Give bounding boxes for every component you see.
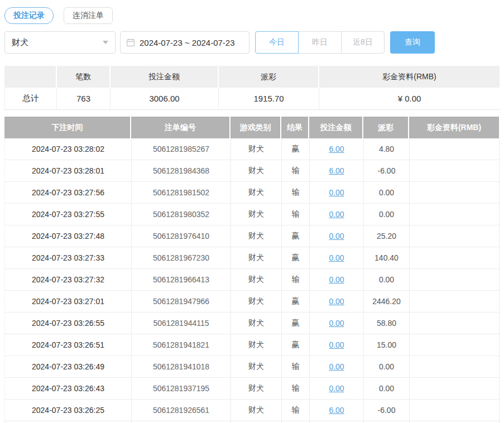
cell-bonus xyxy=(410,182,500,203)
cell-bonus xyxy=(410,313,500,334)
cell-bonus xyxy=(410,334,500,355)
bet-amount-link[interactable]: 0.00 xyxy=(329,253,344,262)
cell-result: 输 xyxy=(282,269,310,290)
cell-payout: 140.40 xyxy=(364,247,410,268)
cell-bet-time: 2024-07-23 03:27:32 xyxy=(5,269,132,290)
cell-game-type: 财犬 xyxy=(231,247,282,268)
summary-header-blank xyxy=(4,66,57,88)
cell-payout: -6.00 xyxy=(364,400,410,421)
cell-bet-time: 2024-07-23 03:27:55 xyxy=(5,204,132,225)
date-range-input[interactable]: 2024-07-23 ~ 2024-07-23 xyxy=(120,31,249,54)
cell-bonus xyxy=(410,247,500,268)
bet-amount-link[interactable]: 6.00 xyxy=(329,166,344,175)
tab-bet-records[interactable]: 投注记录 xyxy=(4,7,54,24)
cell-bet-time: 2024-07-23 03:27:33 xyxy=(5,247,132,268)
cell-bet-time: 2024-07-23 03:28:01 xyxy=(5,160,132,181)
cell-result: 赢 xyxy=(282,313,310,334)
cell-bet-id: 5061281966413 xyxy=(132,269,231,290)
cell-result: 输 xyxy=(282,182,310,203)
bet-amount-link[interactable]: 0.00 xyxy=(329,232,344,241)
table-row: 2024-07-23 03:27:32 5061281966413 财犬 输 0… xyxy=(4,269,500,291)
cell-bet-time: 2024-07-23 03:27:01 xyxy=(5,291,132,312)
cell-bonus xyxy=(410,269,500,290)
bet-amount-link[interactable]: 6.00 xyxy=(329,406,344,415)
cell-bet-id: 5061281984368 xyxy=(132,160,231,181)
cell-game-type: 财犬 xyxy=(231,160,282,181)
query-button[interactable]: 查询 xyxy=(390,31,435,54)
table-row: 2024-07-23 03:27:48 5061281976410 财犬 赢 0… xyxy=(4,225,500,247)
bet-table-body: 2024-07-23 03:28:02 5061281985267 财犬 赢 6… xyxy=(4,138,500,423)
chevron-down-icon xyxy=(103,41,108,44)
cell-bet-id: 5061281947966 xyxy=(132,291,231,312)
cell-bet-id: 5061281967230 xyxy=(132,247,231,268)
cell-payout: 0.00 xyxy=(364,204,410,225)
betting-records-page: 投注记录 连消注单 财犬 2024-07-23 ~ 2024-07-23 今日 … xyxy=(0,0,504,423)
cell-bet-amount: 0.00 xyxy=(310,204,364,225)
range-yesterday-button[interactable]: 昨日 xyxy=(298,31,342,54)
summary-total-label: 总计 xyxy=(4,88,57,109)
cell-result: 赢 xyxy=(282,291,310,312)
cell-payout: 25.20 xyxy=(364,225,410,247)
table-row: 2024-07-23 03:26:43 5061281937195 财犬 输 0… xyxy=(4,378,500,400)
summary-total-row: 总计 763 3006.00 1915.70 ¥ 0.00 xyxy=(4,88,500,110)
summary-header-count: 笔数 xyxy=(57,66,111,88)
cell-payout: 0.00 xyxy=(364,378,410,399)
table-row: 2024-07-23 03:26:51 5061281941821 财犬 赢 0… xyxy=(4,334,500,356)
col-header-bet-amount: 投注金额 xyxy=(309,117,363,138)
cell-bet-id: 5061281980352 xyxy=(132,204,231,225)
cell-bet-amount: 0.00 xyxy=(310,225,364,247)
bet-table: 下注时间 注单编号 游戏类别 结果 投注金额 派彩 彩金资料(RMB) 2024… xyxy=(4,117,500,423)
cell-payout: -6.00 xyxy=(364,160,410,181)
cell-bet-amount: 0.00 xyxy=(310,269,364,290)
cell-bet-id: 5061281941018 xyxy=(132,356,231,377)
cell-bet-id: 5061281944115 xyxy=(132,313,231,334)
tab-cancelled-bets[interactable]: 连消注单 xyxy=(64,7,113,24)
summary-header-bonus: 彩金资料(RMB) xyxy=(319,66,500,88)
cell-bonus xyxy=(410,225,500,247)
bet-amount-link[interactable]: 0.00 xyxy=(329,319,344,328)
cell-bet-time: 2024-07-23 03:26:25 xyxy=(5,400,132,421)
cell-bet-id: 5061281976410 xyxy=(132,225,231,247)
bet-amount-link[interactable]: 0.00 xyxy=(329,362,344,371)
summary-header-bet-amount: 投注金额 xyxy=(111,66,219,88)
bet-amount-link[interactable]: 0.00 xyxy=(329,340,344,349)
cell-game-type: 财犬 xyxy=(231,356,282,377)
cell-payout: 58.80 xyxy=(364,313,410,334)
cell-bet-id: 5061281985267 xyxy=(132,138,231,160)
cell-result: 赢 xyxy=(282,334,310,355)
cell-game-type: 财犬 xyxy=(231,334,282,355)
col-header-payout: 派彩 xyxy=(363,117,409,138)
table-row: 2024-07-23 03:26:49 5061281941018 财犬 输 0… xyxy=(4,356,500,378)
game-select-value: 财犬 xyxy=(12,37,28,48)
top-tabs: 投注记录 连消注单 xyxy=(4,7,500,24)
cell-bet-id: 5061281981502 xyxy=(132,182,231,203)
col-header-bonus: 彩金资料(RMB) xyxy=(409,117,499,138)
calendar-icon xyxy=(126,38,135,47)
bet-amount-link[interactable]: 0.00 xyxy=(329,297,344,306)
date-range-value: 2024-07-23 ~ 2024-07-23 xyxy=(140,38,235,47)
bet-amount-link[interactable]: 0.00 xyxy=(329,188,344,197)
cell-bonus xyxy=(410,356,500,377)
summary-header-payout: 派彩 xyxy=(219,66,319,88)
cell-result: 输 xyxy=(282,160,310,181)
game-select[interactable]: 财犬 xyxy=(4,31,116,54)
cell-game-type: 财犬 xyxy=(231,400,282,421)
bet-amount-link[interactable]: 0.00 xyxy=(329,384,344,393)
table-row: 2024-07-23 03:28:02 5061281985267 财犬 赢 6… xyxy=(4,138,500,160)
cell-bet-time: 2024-07-23 03:26:51 xyxy=(5,334,132,355)
range-today-button[interactable]: 今日 xyxy=(255,31,299,54)
cell-bet-id: 5061281937195 xyxy=(132,378,231,399)
cell-game-type: 财犬 xyxy=(231,291,282,312)
bet-amount-link[interactable]: 0.00 xyxy=(329,275,344,284)
bet-amount-link[interactable]: 6.00 xyxy=(329,145,344,153)
range-last8days-button[interactable]: 近8日 xyxy=(341,31,385,54)
cell-result: 赢 xyxy=(282,247,310,268)
summary-total-payout: 1915.70 xyxy=(219,88,319,109)
bet-table-header: 下注时间 注单编号 游戏类别 结果 投注金额 派彩 彩金资料(RMB) xyxy=(4,117,500,138)
col-header-game-type: 游戏类别 xyxy=(231,117,281,138)
cell-payout: 0.00 xyxy=(364,269,410,290)
summary-total-count: 763 xyxy=(57,88,111,109)
cell-result: 赢 xyxy=(282,138,310,160)
summary-total-bet-amount: 3006.00 xyxy=(111,88,219,109)
bet-amount-link[interactable]: 0.00 xyxy=(329,210,344,219)
